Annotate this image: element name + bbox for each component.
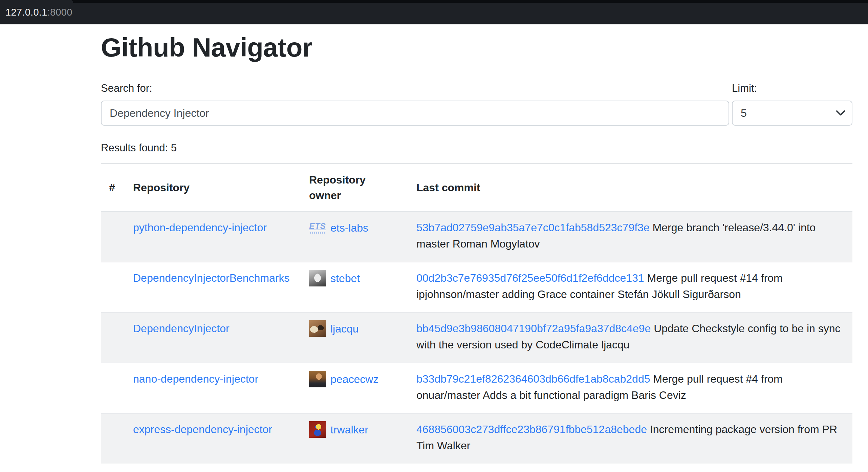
table-header-row: # Repository Repository owner Last commi…: [101, 164, 852, 212]
row-number-cell: [101, 363, 125, 413]
search-label: Search for:: [101, 82, 729, 95]
commit-hash-link[interactable]: bb45d9e3b98608047190bf72a95fa9a37d8c4e9e: [416, 322, 651, 335]
table-row: DependencyInjectorBenchmarks stebet 00d2…: [101, 262, 852, 313]
address-bar[interactable]: 127.0.0.1:8000: [5, 0, 72, 24]
commit-hash-link[interactable]: 468856003c273dffce23b86791fbbe512a8ebede: [416, 423, 647, 435]
limit-column: Limit: 5: [732, 82, 852, 126]
table-row: nano-dependency-injector peacecwz b33db7…: [101, 363, 852, 413]
owner-link[interactable]: ets-labs: [330, 220, 368, 236]
repo-link[interactable]: DependencyInjectorBenchmarks: [133, 272, 289, 284]
url-host: 127.0.0.1: [5, 7, 47, 18]
search-input[interactable]: [101, 101, 729, 126]
column-header-repository: Repository: [125, 164, 301, 212]
table-row: express-dependency-injector trwalker 468…: [101, 413, 852, 464]
commit-hash-link[interactable]: 53b7ad02759e9ab35a7e7c0c1fab58d523c79f3e: [416, 221, 650, 234]
row-number-cell: [101, 413, 125, 464]
trwalker-avatar-photo: [309, 421, 326, 438]
owner-link[interactable]: ljacqu: [330, 321, 359, 337]
column-header-owner: Repository owner: [301, 164, 408, 212]
row-number-cell: [101, 212, 125, 262]
results-count: Results found: 5: [101, 141, 852, 155]
repo-link[interactable]: python-dependency-injector: [133, 221, 267, 234]
peacecwz-avatar-photo: [309, 371, 326, 387]
ets-labs-logo-icon: ETS: [309, 219, 326, 236]
controls-row: Search for: Limit: 5: [101, 82, 852, 126]
limit-select[interactable]: 5: [732, 101, 852, 126]
page-container: Github Navigator Search for: Limit: 5 Re…: [101, 31, 852, 464]
repo-link[interactable]: DependencyInjector: [133, 322, 230, 335]
commit-hash-link[interactable]: b33db79c21ef8262364603db66dfe1ab8cab2dd5: [416, 373, 650, 385]
table-row: python-dependency-injector ETS ets-labs …: [101, 212, 852, 262]
owner-link[interactable]: trwalker: [330, 422, 368, 438]
repo-link[interactable]: express-dependency-injector: [133, 423, 272, 435]
search-column: Search for:: [101, 82, 729, 126]
limit-select-wrap: 5: [732, 101, 852, 126]
ets-logo-subtext: [310, 232, 325, 234]
ljacqu-avatar-photo: [309, 320, 326, 337]
browser-tab-strip: [0, 0, 868, 3]
limit-label: Limit:: [732, 82, 852, 95]
row-number-cell: [101, 313, 125, 363]
column-header-number: #: [101, 164, 125, 212]
page-title: Github Navigator: [101, 31, 852, 64]
browser-bar: 127.0.0.1:8000: [0, 0, 868, 24]
repo-link[interactable]: nano-dependency-injector: [133, 373, 258, 385]
owner-link[interactable]: stebet: [330, 270, 360, 286]
url-port: :8000: [47, 7, 72, 18]
stebet-avatar-photo: [309, 270, 326, 286]
table-row: DependencyInjector ljacqu bb45d9e3b98608…: [101, 313, 852, 363]
column-header-last-commit: Last commit: [408, 164, 852, 212]
owner-link[interactable]: peacecwz: [330, 371, 378, 387]
repositories-table: # Repository Repository owner Last commi…: [101, 163, 852, 464]
row-number-cell: [101, 262, 125, 313]
commit-hash-link[interactable]: 00d2b3c7e76935d76f25ee50f6d1f2ef6ddce131: [416, 272, 644, 284]
ets-logo-text: ETS: [309, 222, 326, 231]
